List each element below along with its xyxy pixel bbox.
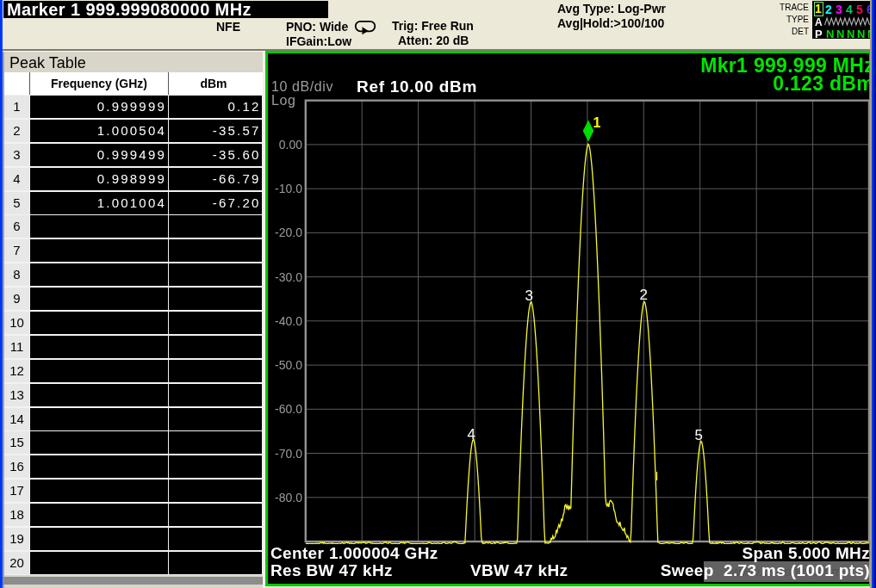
- svg-text:5: 5: [695, 427, 703, 443]
- svg-text:-50.0: -50.0: [275, 358, 302, 372]
- svg-text:-70.0: -70.0: [275, 447, 302, 461]
- svg-text:1: 1: [593, 115, 601, 130]
- svg-text:2: 2: [640, 287, 648, 303]
- svg-text:-20.0: -20.0: [275, 226, 302, 239]
- svg-text:0.00: 0.00: [279, 138, 302, 152]
- svg-text:-60.0: -60.0: [275, 402, 302, 416]
- svg-text:-30.0: -30.0: [275, 270, 302, 284]
- svg-text:3: 3: [525, 288, 533, 304]
- svg-text:4: 4: [468, 426, 475, 443]
- svg-text:-10.0: -10.0: [275, 182, 302, 195]
- svg-text:-40.0: -40.0: [275, 314, 302, 328]
- svg-text:-80.0: -80.0: [275, 491, 302, 504]
